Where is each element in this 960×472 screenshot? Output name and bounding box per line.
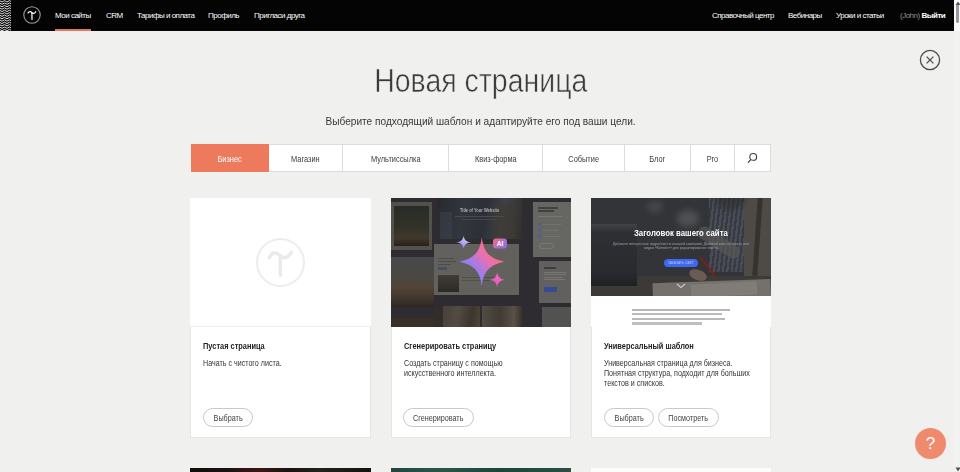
svg-text:AI: AI bbox=[497, 240, 504, 247]
